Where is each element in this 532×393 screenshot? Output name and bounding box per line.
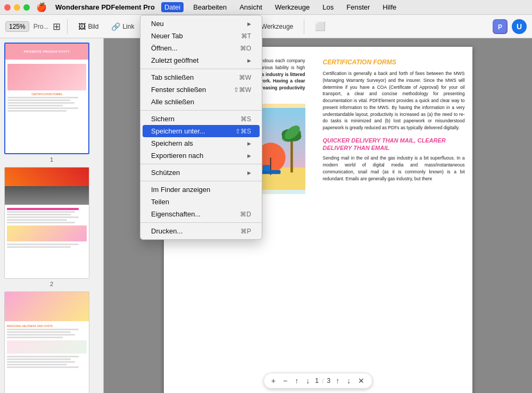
menu-shortcut-drucken: ⌘P	[240, 228, 251, 235]
zoom-in-button[interactable]: +	[269, 375, 278, 386]
menu-shortcut-sichern: ⌘S	[240, 115, 251, 123]
menu-label-zuletzt: Zuletzt geöffnet	[151, 56, 198, 64]
zoom-out-button[interactable]: −	[281, 375, 289, 386]
thumb-header-1: PROMOTE PRODUCTIVITY	[5, 44, 88, 60]
menu-ansicht[interactable]: Ansicht	[236, 2, 265, 12]
next-page-button[interactable]: ↓	[345, 375, 353, 386]
datei-dropdown-menu: Neu Neuer Tab ⌘T Öffnen... ⌘O Zuletzt ge…	[140, 15, 262, 240]
menu-item-oeffnen[interactable]: Öffnen... ⌘O	[143, 42, 260, 54]
close-button[interactable]	[4, 4, 11, 11]
menu-shortcut-fenster-schliessen: ⇧⌘W	[234, 86, 251, 94]
menu-shortcut-oeffnen: ⌘O	[240, 45, 251, 52]
menu-los[interactable]: Los	[319, 2, 337, 12]
download-button[interactable]: ↓	[304, 375, 312, 386]
menu-separator-4	[140, 181, 262, 181]
menu-werkzeuge[interactable]: Werkzeuge	[272, 2, 313, 12]
thumbnail-label-2: 2	[4, 281, 99, 287]
menu-label-fenster-schliessen: Fenster schließen	[151, 86, 206, 94]
menu-item-exportieren[interactable]: Exportieren nach	[143, 149, 260, 162]
grid-view-icon[interactable]: ⊞	[53, 21, 61, 32]
menu-item-im-finder[interactable]: Im Finder anzeigen	[143, 183, 260, 196]
menu-label-oeffnen: Öffnen...	[151, 44, 178, 52]
thumbnail-sidebar: PROMOTE PRODUCTIVITY CERTIFICATION FORMS…	[0, 38, 104, 393]
thumb3-title: REDUCING HELPDESK AND COSTS	[7, 324, 87, 328]
menu-label-drucken: Drucken...	[151, 227, 182, 235]
pdf-subsection-text: Sending mail in the oil and the gas indu…	[323, 155, 465, 182]
menu-item-sichern[interactable]: Sichern ⌘S	[143, 113, 260, 125]
thumb2-body	[5, 205, 89, 251]
thumb-title-1: CERTIFICATION FORMS	[7, 93, 86, 96]
menu-arrow-neu	[245, 21, 251, 27]
thumb-img-decoration	[7, 64, 86, 90]
current-page[interactable]: 1	[315, 377, 319, 384]
menu-fenster[interactable]: Fenster	[343, 2, 373, 12]
menu-label-eigenschaften: Eigenschaften...	[151, 210, 201, 218]
menu-shortcut-speichern-unter: ⇧⌘S	[235, 128, 251, 135]
menubar: 🍎 Wondershare PDFelement Pro Datei Bearb…	[0, 0, 532, 15]
menu-item-speichern-unter[interactable]: Speichern unter... ⇧⌘S	[143, 125, 260, 137]
scroll-top-button[interactable]: ↑	[293, 375, 301, 386]
thumbnail-label-1: 1	[4, 156, 99, 163]
pdf-subsection-title: QUICKER DELIVERY THAN MAIL, CLEARER DELI…	[323, 137, 465, 152]
menu-arrow-exportieren	[245, 153, 251, 158]
prev-page-button[interactable]: ↑	[334, 375, 342, 386]
thumbnail-page-1[interactable]: PROMOTE PRODUCTIVITY CERTIFICATION FORMS…	[4, 43, 99, 163]
bild-icon: 🖼	[78, 22, 86, 31]
close-bar-button[interactable]: ✕	[356, 375, 367, 386]
menu-item-tab-schliessen[interactable]: Tab schließen ⌘W	[143, 71, 260, 83]
menu-item-speichern-als[interactable]: Speichern als	[143, 137, 260, 149]
menu-label-neuer-tab: Neuer Tab	[151, 32, 183, 40]
menu-separator-3	[140, 164, 262, 164]
menu-label-schuetzen: Schützen	[151, 169, 180, 177]
werkzeuge-label: Werkzeuge	[261, 23, 293, 30]
menu-item-drucken[interactable]: Drucken... ⌘P	[143, 225, 260, 237]
tab-title[interactable]: Pro...	[34, 23, 49, 30]
tool-sidebar[interactable]: ⬜	[311, 19, 330, 34]
thumb3-body: REDUCING HELPDESK AND COSTS	[5, 321, 89, 371]
menu-datei[interactable]: Datei	[161, 2, 184, 12]
menu-item-zuletzt[interactable]: Zuletzt geöffnet	[143, 54, 260, 66]
thumbnail-page-3[interactable]: REDUCING HELPDESK AND COSTS 3	[4, 291, 99, 393]
menu-item-neuer-tab[interactable]: Neuer Tab ⌘T	[143, 30, 260, 42]
tool-link[interactable]: 🔗 Link	[107, 20, 138, 33]
svg-rect-15	[262, 165, 270, 171]
menu-arrow-zuletzt	[245, 57, 251, 63]
sidebar-toggle-icon: ⬜	[315, 21, 326, 31]
tool-bild[interactable]: 🖼 Bild	[74, 20, 103, 33]
thumbnail-page-2[interactable]: 2	[4, 167, 99, 287]
bild-label: Bild	[88, 23, 98, 30]
menu-hilfe[interactable]: Hilfe	[379, 2, 400, 12]
zoom-selector[interactable]: 125%	[5, 21, 29, 32]
menu-arrow-schuetzen	[245, 170, 251, 175]
app-name: Wondershare PDFelement Pro	[55, 3, 155, 11]
menu-shortcut-eigenschaften: ⌘D	[240, 211, 251, 218]
menu-shortcut-tab-schliessen: ⌘W	[239, 74, 251, 81]
menu-bearbeiten[interactable]: Bearbeiten	[190, 2, 230, 12]
menu-item-alle-schliessen[interactable]: Alle schließen	[143, 96, 260, 108]
minimize-button[interactable]	[14, 4, 20, 11]
link-label: Link	[122, 23, 134, 30]
menu-item-eigenschaften[interactable]: Eigenschaften... ⌘D	[143, 208, 260, 220]
apple-menu[interactable]: 🍎	[36, 2, 47, 12]
menu-label-alle-schliessen: Alle schließen	[151, 98, 194, 106]
maximize-button[interactable]	[23, 4, 30, 11]
menu-separator-5	[140, 222, 262, 223]
user-avatar[interactable]: U	[512, 19, 527, 34]
menu-item-teilen[interactable]: Teilen	[143, 196, 260, 208]
menu-label-exportieren: Exportieren nach	[151, 152, 203, 160]
menu-item-fenster-schliessen[interactable]: Fenster schließen ⇧⌘W	[143, 83, 260, 96]
menu-shortcut-neuer-tab: ⌘T	[241, 32, 251, 40]
menu-item-neu[interactable]: Neu	[143, 18, 260, 30]
pdf-section-title: CERTIFICATION FORMS	[323, 57, 465, 67]
toolbar-separator-2	[304, 19, 304, 34]
thumbnail-img-1: PROMOTE PRODUCTIVITY CERTIFICATION FORMS	[4, 43, 89, 154]
thumb2-img-top	[5, 168, 89, 205]
main-layout: PROMOTE PRODUCTIVITY CERTIFICATION FORMS…	[0, 38, 532, 393]
page-separator: /	[322, 377, 324, 385]
menu-arrow-speichern-als	[245, 140, 251, 146]
thumb-body-1: CERTIFICATION FORMS	[5, 60, 88, 115]
menu-label-speichern-als: Speichern als	[151, 139, 193, 147]
pdf-section-text: Certification is generally a back and fo…	[323, 70, 465, 131]
menu-item-schuetzen[interactable]: Schützen	[143, 166, 260, 179]
menu-separator-1	[140, 69, 262, 69]
